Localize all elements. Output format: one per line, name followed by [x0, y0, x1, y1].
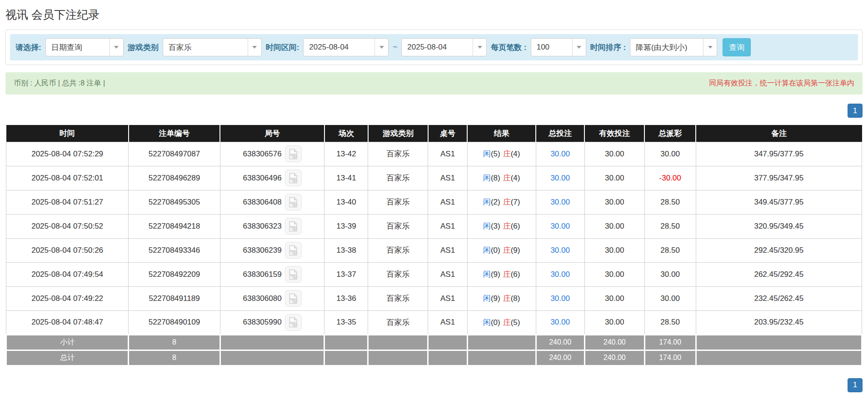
- round-id: 638306080: [243, 294, 282, 303]
- cell-game-type: 百家乐: [368, 166, 428, 190]
- table-row: 2025-08-04 07:50:52 522708494218 6383063…: [6, 214, 862, 238]
- total-bet-link[interactable]: 30.00: [550, 150, 570, 158]
- cell-remark: 347.95/377.95: [696, 142, 862, 166]
- cell-payout: -30.00: [644, 166, 696, 190]
- date-separator: ~: [393, 43, 397, 52]
- result-player-label: 闲: [483, 246, 491, 255]
- chevron-down-icon[interactable]: [110, 39, 123, 56]
- page-size-select[interactable]: 100: [531, 38, 586, 56]
- cell-table-no: AS1: [428, 238, 468, 262]
- result-banker-value: (6): [511, 222, 520, 230]
- cell-time: 2025-08-04 07:50:26: [6, 238, 129, 262]
- pagination-bottom: 1: [5, 378, 863, 392]
- cell-payout: 28.50: [644, 238, 696, 262]
- sort-order-select[interactable]: 降冪(由大到小): [630, 38, 717, 56]
- round-id: 638306239: [243, 246, 282, 255]
- cell-valid-bet: 30.00: [584, 262, 644, 286]
- table-row: 2025-08-04 07:52:29 522708497087 6383065…: [6, 142, 862, 166]
- result-player-value: (0): [491, 246, 500, 255]
- cell-remark: 232.45/262.45: [696, 286, 862, 310]
- video-file-icon: [288, 197, 298, 208]
- total-count: 8: [129, 350, 220, 365]
- video-replay-button[interactable]: [285, 170, 302, 186]
- page-size-value: 100: [531, 43, 572, 52]
- cell-valid-bet: 30.00: [584, 310, 644, 335]
- cell-total-bet: 30.00: [536, 310, 584, 335]
- result-banker-label: 庄: [503, 174, 511, 182]
- cell-total-bet: 30.00: [536, 142, 584, 166]
- currency-summary-text: 币别 : 人民币 | 总共 :8 注单 |: [14, 79, 105, 88]
- cell-valid-bet: 30.00: [584, 190, 644, 214]
- game-type-select[interactable]: 百家乐: [163, 38, 262, 56]
- result-player-value: (8): [491, 174, 500, 182]
- chevron-down-icon[interactable]: [374, 39, 388, 56]
- round-id: 638306323: [243, 222, 282, 231]
- video-replay-button[interactable]: [285, 145, 302, 162]
- round-id: 638306496: [243, 174, 282, 183]
- cell-remark: 377.95/347.95: [696, 166, 862, 190]
- video-replay-button[interactable]: [285, 194, 302, 210]
- result-player-label: 闲: [483, 174, 491, 182]
- search-button[interactable]: 查询: [723, 38, 751, 56]
- chevron-down-icon[interactable]: [572, 39, 586, 56]
- subtotal-payout: 174.00: [644, 335, 696, 350]
- result-banker-label: 庄: [503, 150, 511, 158]
- date-range-label: 时间区间:: [266, 42, 299, 53]
- result-banker-value: (7): [511, 198, 520, 206]
- cell-bet-id: 522708493346: [129, 238, 220, 262]
- cell-result: 闲(9)庄(8): [467, 286, 536, 310]
- cell-total-bet: 30.00: [536, 262, 584, 286]
- result-banker-label: 庄: [503, 222, 511, 230]
- cell-payout: 30.00: [644, 142, 696, 166]
- cell-result: 闲(2)庄(7): [467, 190, 536, 214]
- bets-table: 时间 注单编号 局号 场次 游戏类别 桌号 结果 总投注 有效投注 总派彩 备注…: [5, 125, 863, 366]
- video-replay-button[interactable]: [285, 314, 302, 331]
- total-bet-link[interactable]: 30.00: [550, 270, 570, 279]
- total-bet-link[interactable]: 30.00: [550, 246, 570, 255]
- cell-game-type: 百家乐: [368, 214, 428, 238]
- video-replay-button[interactable]: [285, 290, 302, 307]
- date-from-select[interactable]: 2025-08-04: [303, 38, 389, 56]
- query-type-select[interactable]: 日期查询: [45, 38, 124, 56]
- cell-bet-id: 522708492209: [129, 262, 220, 286]
- cell-session: 13-36: [324, 286, 368, 310]
- total-bet-link[interactable]: 30.00: [550, 222, 570, 230]
- cell-valid-bet: 30.00: [584, 214, 644, 238]
- table-row: 2025-08-04 07:48:47 522708490109 6383059…: [6, 310, 862, 335]
- video-file-icon: [288, 293, 298, 304]
- total-bet-link[interactable]: 30.00: [550, 318, 570, 326]
- video-replay-button[interactable]: [285, 266, 302, 283]
- query-type-value: 日期查询: [46, 42, 110, 53]
- page-1-button[interactable]: 1: [848, 378, 863, 392]
- total-bet-link[interactable]: 30.00: [550, 294, 570, 303]
- video-replay-button[interactable]: [285, 218, 302, 235]
- chevron-down-icon[interactable]: [473, 39, 486, 56]
- round-id: 638305990: [243, 318, 282, 327]
- result-banker-value: (5): [511, 318, 520, 327]
- col-round: 局号: [220, 125, 324, 142]
- date-from-value: 2025-08-04: [304, 43, 374, 52]
- subtotal-label: 小计: [6, 335, 129, 350]
- result-banker-label: 庄: [503, 318, 511, 327]
- subtotal-row: 小计 8 240.00 240.00 174.00: [6, 335, 862, 350]
- cell-result: 闲(9)庄(6): [467, 262, 536, 286]
- total-label: 总计: [6, 350, 129, 365]
- col-game-type: 游戏类别: [368, 125, 428, 142]
- video-replay-button[interactable]: [285, 242, 302, 259]
- date-to-select[interactable]: 2025-08-04: [401, 38, 487, 56]
- cell-payout: 28.50: [644, 214, 696, 238]
- table-row: 2025-08-04 07:49:22 522708491189 6383060…: [6, 286, 862, 310]
- video-file-icon: [288, 221, 298, 232]
- chevron-down-icon[interactable]: [248, 39, 261, 56]
- video-file-icon: [288, 269, 298, 280]
- chevron-down-icon[interactable]: [703, 39, 717, 56]
- cell-result: 闲(5)庄(4): [467, 142, 536, 166]
- total-bet-link[interactable]: 30.00: [550, 174, 570, 182]
- page-1-button[interactable]: 1: [848, 104, 863, 118]
- cell-result: 闲(0)庄(9): [467, 238, 536, 262]
- total-total-bet: 240.00: [536, 350, 584, 365]
- cell-round: 638306496: [220, 166, 324, 190]
- cell-session: 13-41: [324, 166, 368, 190]
- total-bet-link[interactable]: 30.00: [550, 198, 570, 206]
- table-row: 2025-08-04 07:49:54 522708492209 6383061…: [6, 262, 862, 286]
